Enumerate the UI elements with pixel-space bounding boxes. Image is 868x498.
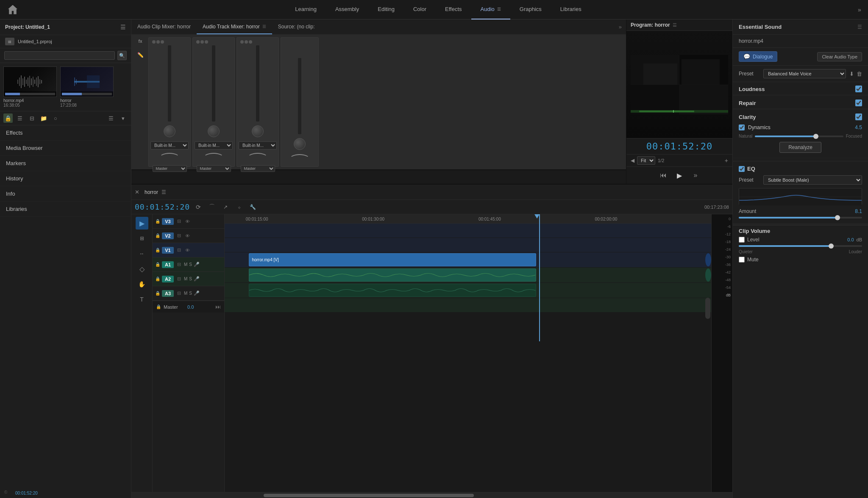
channel-builtin-1[interactable]: Built-in M... [150,141,189,149]
timeline-close-icon[interactable]: ✕ [135,189,139,195]
thumbnail-horror-mp4[interactable]: horror.mp4 16:38:05 [3,66,57,108]
audio-clip-a2[interactable] [249,284,536,297]
grid-view-icon[interactable]: ⊟ [27,113,36,123]
vertical-scrollbar-thumb[interactable] [705,298,710,319]
amount-slider-thumb[interactable] [835,215,840,220]
play-button[interactable]: ▶ [673,169,685,181]
arc-icon[interactable]: ⌒ [207,202,217,212]
marker-icon[interactable]: ⬦ [234,202,244,212]
lock-icon[interactable]: 🔒 [3,113,13,123]
v2-sync-btn[interactable]: ⊟ [175,232,182,239]
chevron-down-icon[interactable]: ▾ [118,113,128,123]
delete-preset-icon[interactable]: 🗑 [857,71,862,77]
arrow-out-icon[interactable]: ↗ [220,202,231,212]
ripple-edit-icon[interactable]: ⟳ [193,202,203,212]
clear-audio-type-button[interactable]: Clear Audio Type [817,52,862,61]
search-input[interactable] [4,51,115,60]
dynamics-checkbox[interactable] [739,125,745,130]
a1-clip-end-handle[interactable] [705,268,711,282]
v3-sync-btn[interactable]: ⊟ [175,218,182,225]
thumbnail-horror[interactable]: horror 17:23:08 [60,66,114,108]
nav-editing[interactable]: Editing [368,0,404,19]
sidebar-item-libraries[interactable]: Libraries [0,202,131,217]
v1-clip-end-handle[interactable] [705,253,711,266]
dynamics-slider-track[interactable] [755,136,843,137]
v2-eye-btn[interactable]: 👁 [184,232,191,239]
repair-checkbox[interactable] [855,100,862,106]
selection-tool[interactable]: ▶ [136,217,148,230]
amount-slider-track[interactable] [739,217,862,219]
sort-icon[interactable]: ☰ [106,113,116,123]
nav-color[interactable]: Color [404,0,436,19]
mixer-expand-button[interactable]: » [615,24,626,30]
channel-knob-2[interactable] [208,125,220,137]
channel-builtin-3[interactable]: Built-in M... [239,141,277,149]
master-lock-icon[interactable]: 🔒 [156,304,161,309]
v1-eye-btn[interactable]: 👁 [184,247,191,254]
eq-checkbox[interactable] [739,166,745,172]
v3-eye-btn[interactable]: 👁 [184,218,191,225]
clarity-checkbox[interactable] [855,113,862,120]
master-skip-icon[interactable]: ⏭ [215,304,221,310]
nav-effects[interactable]: Effects [436,0,471,19]
nav-libraries[interactable]: Libraries [551,0,591,19]
mixer-tab-track-menu[interactable]: ☰ [262,24,266,29]
level-slider-track[interactable] [739,245,862,247]
project-menu-icon[interactable]: ☰ [120,24,126,30]
download-preset-icon[interactable]: ⬇ [849,71,854,77]
a2-lock-icon[interactable]: 🔒 [155,277,160,281]
level-checkbox[interactable] [739,237,745,243]
text-tool[interactable]: T [136,293,148,306]
v3-lock-icon[interactable]: 🔒 [155,219,160,224]
circle-icon[interactable]: ○ [51,113,60,123]
a3-sync-btn[interactable]: ⊟ [175,290,182,297]
dialogue-button[interactable]: 💬 Dialogue [739,51,777,62]
v2-lock-icon[interactable]: 🔒 [155,233,160,238]
sidebar-item-media-browser[interactable]: Media Browser [0,141,131,156]
timeline-scrollbar[interactable] [131,492,732,498]
video-clip-horror[interactable]: horror.mp4 [V] [249,253,536,266]
loudness-checkbox[interactable] [855,86,862,92]
preset-select[interactable]: Balanced Male Voice [763,69,846,78]
level-slider-thumb[interactable] [829,243,834,249]
prev-frame-icon[interactable]: ◀ [631,158,634,163]
nav-assembly[interactable]: Assembly [326,0,368,19]
reanalyze-button[interactable]: Reanalyze [779,142,821,153]
hand-tool[interactable]: ✋ [136,278,148,290]
zoom-select[interactable]: Fit [637,156,655,165]
fx-edit-icon[interactable]: ✏️ [137,52,144,58]
track-row-v1[interactable]: horror.mp4 [V] [225,252,711,268]
track-row-a2[interactable] [225,283,711,298]
nav-expand-button[interactable]: » [851,6,868,13]
mixer-tab-clip[interactable]: Audio Clip Mixer: horror [131,19,197,34]
audio-clip-a1[interactable] [249,268,536,282]
track-select-tool[interactable]: ⊞ [136,232,148,245]
mute-checkbox[interactable] [739,257,745,263]
nav-learning[interactable]: Learning [286,0,326,19]
mixer-tab-source[interactable]: Source: (no clip: [272,19,321,34]
channel-knob-master[interactable] [294,138,306,150]
mixer-tab-track[interactable]: Audio Track Mixer: horror ☰ [197,19,272,34]
a3-lock-icon[interactable]: 🔒 [155,291,160,296]
a2-sync-btn[interactable]: ⊟ [175,276,182,282]
monitor-menu-icon[interactable]: ☰ [673,22,677,28]
razor-tool[interactable]: ◇ [136,263,148,275]
a2-mic-icon[interactable]: 🎤 [194,276,200,282]
list-view-icon[interactable]: ☰ [15,113,25,123]
timeline-scroll-thumb[interactable] [264,494,474,497]
channel-output-1[interactable]: Master [153,165,187,172]
wrench-icon[interactable]: 🔧 [248,202,258,212]
eq-preset-select[interactable]: Subtle Boost (Male) [763,175,862,185]
folder-icon[interactable]: 📁 [39,113,48,123]
add-marker-icon[interactable]: + [725,157,728,164]
track-row-a1[interactable] [225,268,711,283]
sidebar-item-effects[interactable]: Effects [0,125,131,141]
sidebar-item-info[interactable]: Info [0,186,131,202]
sidebar-item-markers[interactable]: Markers [0,156,131,171]
channel-output-3[interactable]: Master [241,165,275,172]
nav-audio[interactable]: Audio ☰ [471,0,510,19]
ripple-delete-tool[interactable]: ↔ [136,247,148,260]
a1-sync-btn[interactable]: ⊟ [175,261,182,268]
channel-knob-3[interactable] [252,125,264,137]
step-back-button[interactable]: ⏮ [657,169,669,181]
